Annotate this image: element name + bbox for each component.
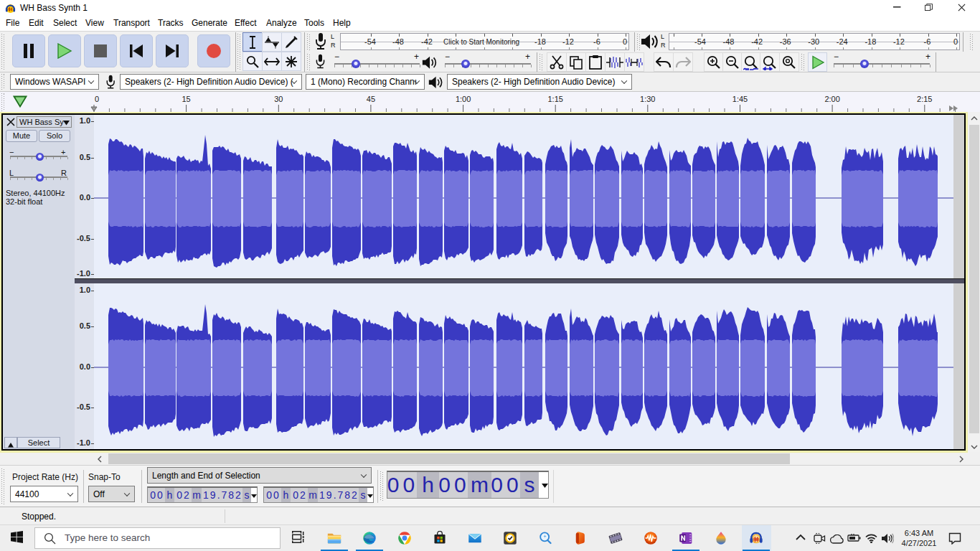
svg-text:1:30: 1:30 — [640, 95, 655, 103]
svg-text:30: 30 — [274, 95, 283, 103]
svg-text:2:00: 2:00 — [824, 95, 839, 103]
svg-text:2:15: 2:15 — [917, 95, 932, 103]
svg-text:1:15: 1:15 — [547, 95, 562, 103]
svg-text:1:00: 1:00 — [456, 95, 471, 103]
svg-text:0: 0 — [95, 95, 99, 103]
svg-text:1:45: 1:45 — [732, 95, 748, 103]
svg-text:45: 45 — [367, 95, 375, 103]
svg-text:15: 15 — [182, 95, 190, 103]
